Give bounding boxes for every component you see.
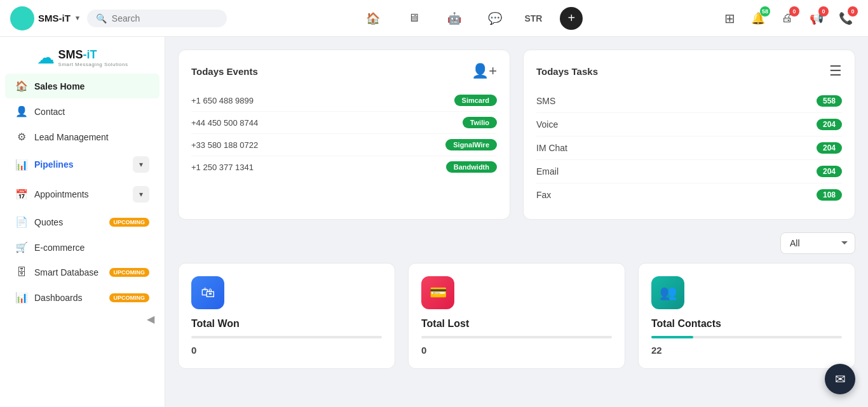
sidebar-logo: ☁ SMS-iT Smart Messaging Solutions (37, 47, 128, 68)
sidebar-item-badge-dashboards: UPCOMING (109, 293, 150, 302)
sidebar-item-badge-smart-database: UPCOMING (109, 268, 150, 277)
sidebar-item-icon-sales-home: 🏠 (15, 80, 28, 92)
event-phone-3: +1 250 377 1341 (191, 163, 254, 172)
sidebar-brand-sub: Smart Messaging Solutions (58, 62, 128, 67)
stat-bar-total-lost (421, 336, 612, 338)
tasks-card-icon: ☰ (829, 63, 842, 79)
nav-right-actions: ⊞ 🔔 58 🖨 0 📢 0 📞 0 (718, 6, 858, 30)
sidebar-item-label-appointments: Appointments (34, 189, 126, 199)
stat-icon-total-lost: 💳 (421, 276, 454, 309)
brand-logo[interactable]: SMS-iT ▾ (10, 6, 79, 30)
phone-badge: 0 (848, 6, 858, 17)
filter-select[interactable]: AllTodayThis WeekThis Month (780, 232, 855, 254)
plus-button[interactable]: + (560, 7, 583, 30)
sidebar-item-icon-smart-database: 🗄 (15, 267, 28, 278)
task-label-0: SMS (536, 96, 555, 106)
stat-bar-fill-total-contacts (651, 336, 693, 338)
megaphone-btn[interactable]: 📢 0 (804, 6, 829, 30)
stat-title-total-contacts: Total Contacts (651, 318, 842, 330)
sidebar-item-label-lead-management: Lead Management (34, 132, 149, 142)
megaphone-badge: 0 (818, 6, 829, 17)
sidebar-logo-area: ☁ SMS-iT Smart Messaging Solutions (0, 37, 165, 73)
events-card-header: Todays Events 👤+ (191, 63, 497, 79)
sidebar-item-arrow-pipelines[interactable]: ▾ (133, 156, 149, 173)
sidebar-item-smart-database[interactable]: 🗄Smart DatabaseUPCOMING (5, 260, 159, 284)
sidebar-item-icon-contact: 👤 (15, 105, 28, 117)
chat-fab-icon: ✉ (835, 371, 846, 387)
sidebar-item-contact[interactable]: 👤Contact (5, 99, 159, 124)
sidebar-item-dashboards[interactable]: 📊DashboardsUPCOMING (5, 285, 159, 310)
stat-bar-total-won (191, 336, 382, 338)
stat-icon-total-won: 🛍 (191, 276, 224, 309)
sidebar-item-label-sales-home: Sales Home (34, 81, 149, 91)
sidebar-item-label-smart-database: Smart Database (34, 267, 103, 277)
sidebar-collapse-btn[interactable]: ◀ (0, 310, 165, 328)
search-input[interactable] (112, 13, 218, 23)
sidebar-item-label-pipelines: Pipelines (34, 159, 126, 170)
task-row-1: Voice204 (536, 113, 842, 137)
brand-avatar (10, 6, 34, 30)
cart-btn[interactable]: 🖨 0 (775, 6, 799, 30)
sidebar-item-lead-management[interactable]: ⚙Lead Management (5, 124, 159, 149)
sidebar-item-icon-appointments: 📅 (15, 189, 28, 201)
main-content: Todays Events 👤+ +1 650 488 9899Simcard+… (165, 37, 868, 407)
grid-icon-btn[interactable]: ⊞ (718, 7, 741, 30)
task-label-2: IM Chat (536, 143, 567, 153)
app-layout: ☁ SMS-iT Smart Messaging Solutions 🏠Sale… (0, 37, 868, 407)
task-count-4: 108 (817, 189, 842, 201)
stat-title-total-lost: Total Lost (421, 318, 612, 330)
task-count-1: 204 (817, 119, 842, 130)
sidebar-item-label-contact: Contact (34, 107, 149, 117)
event-phone-1: +44 450 500 8744 (191, 118, 258, 128)
stat-card-total-won: 🛍Total Won0 (178, 263, 395, 369)
stat-icon-total-contacts: 👥 (651, 276, 684, 309)
sidebar-item-label-quotes: Quotes (34, 217, 103, 227)
notifications-btn[interactable]: 🔔 58 (746, 6, 770, 30)
task-count-0: 558 (817, 95, 842, 107)
str-label[interactable]: STR (524, 13, 542, 23)
sidebar-item-icon-quotes: 📄 (15, 216, 28, 228)
sidebar-item-pipelines[interactable]: 📊Pipelines▾ (5, 150, 159, 179)
sidebar-item-icon-lead-management: ⚙ (15, 131, 28, 143)
stat-value-total-won: 0 (191, 345, 382, 356)
task-row-3: Email204 (536, 160, 842, 183)
home-icon-btn[interactable]: 🏠 (362, 7, 384, 30)
phone-btn[interactable]: 📞 0 (834, 6, 858, 30)
chat-icon-btn[interactable]: 💬 (484, 7, 506, 30)
robot-icon-btn[interactable]: 🤖 (443, 7, 466, 30)
task-label-4: Fax (536, 190, 551, 200)
stat-card-total-lost: 💳Total Lost0 (408, 263, 625, 369)
sidebar-item-arrow-appointments[interactable]: ▾ (133, 186, 149, 203)
sidebar-item-sales-home[interactable]: 🏠Sales Home (5, 74, 159, 98)
chat-fab-button[interactable]: ✉ (825, 364, 855, 394)
stat-value-total-contacts: 22 (651, 345, 842, 356)
event-phone-0: +1 650 488 9899 (191, 96, 254, 105)
sidebar-brand-name: SMS-iT (58, 48, 128, 62)
task-row-0: SMS558 (536, 90, 842, 113)
todays-tasks-card: Todays Tasks ☰ SMS558Voice204IM Chat204E… (523, 50, 855, 220)
monitor-icon-btn[interactable]: 🖥 (402, 7, 425, 30)
nav-center: 🏠 🖥 🤖 💬 STR + (362, 7, 583, 30)
sidebar-item-ecommerce[interactable]: 🛒E-commerce (5, 235, 159, 260)
stat-value-total-lost: 0 (421, 345, 612, 356)
sidebar-item-quotes[interactable]: 📄QuotesUPCOMING (5, 210, 159, 234)
task-label-3: Email (536, 166, 559, 177)
brand-dropdown-arrow[interactable]: ▾ (76, 14, 79, 22)
stat-bar-total-contacts (651, 336, 842, 338)
event-tag-2: SignalWire (445, 139, 497, 150)
logo-text-wrap: SMS-iT Smart Messaging Solutions (58, 48, 128, 67)
search-box[interactable]: 🔍 (87, 10, 227, 27)
task-count-3: 204 (817, 166, 842, 177)
event-phone-2: +33 580 188 0722 (191, 140, 258, 150)
events-list: +1 650 488 9899Simcard+44 450 500 8744Tw… (191, 90, 497, 178)
sidebar-item-appointments[interactable]: 📅Appointments▾ (5, 180, 159, 209)
sidebar: ☁ SMS-iT Smart Messaging Solutions 🏠Sale… (0, 37, 165, 407)
task-label-1: Voice (536, 119, 558, 130)
cart-badge: 0 (789, 6, 799, 17)
top-navigation: SMS-iT ▾ 🔍 🏠 🖥 🤖 💬 STR + ⊞ 🔔 58 🖨 0 📢 0 … (0, 0, 868, 37)
tasks-list: SMS558Voice204IM Chat204Email204Fax108 (536, 90, 842, 206)
stats-row: 🛍Total Won0💳Total Lost0👥Total Contacts22 (178, 263, 855, 369)
search-icon: 🔍 (96, 13, 107, 23)
event-tag-1: Twilio (463, 117, 497, 128)
cloud-logo-icon: ☁ (37, 47, 55, 68)
